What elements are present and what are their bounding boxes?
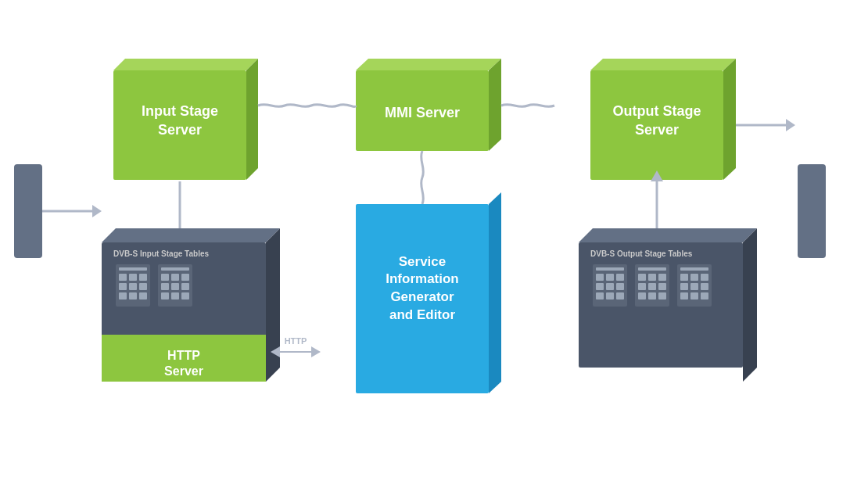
http-label: HTTP (285, 336, 307, 346)
svg-rect-25 (171, 274, 179, 281)
svg-rect-79 (701, 274, 708, 281)
svg-marker-9 (266, 228, 280, 382)
svg-marker-87 (786, 119, 795, 131)
output-stage-label2: Server (635, 122, 679, 138)
svg-rect-31 (171, 292, 179, 300)
svg-rect-16 (119, 283, 127, 290)
input-stage-server: Input Stage Server (113, 59, 258, 180)
svg-marker-4 (246, 59, 258, 180)
input-stage-label2: Server (158, 122, 202, 138)
mmi-server-label: MMI Server (385, 105, 460, 120)
svg-rect-71 (658, 283, 666, 290)
svg-rect-17 (129, 283, 137, 290)
svg-rect-54 (596, 267, 624, 271)
svg-rect-83 (680, 292, 688, 300)
svg-rect-65 (638, 267, 666, 271)
svg-rect-21 (139, 292, 147, 300)
svg-rect-27 (161, 283, 169, 290)
dvbs-output-tables: DVB-S Output Stage Tables (579, 228, 757, 382)
svg-marker-38 (311, 346, 321, 357)
svg-rect-15 (139, 274, 147, 281)
svg-rect-0 (14, 164, 42, 258)
svg-rect-14 (129, 274, 137, 281)
svg-rect-55 (596, 274, 604, 281)
mmi-to-sig-connector (421, 151, 424, 204)
svg-rect-60 (616, 283, 624, 290)
output-tables-label: DVB-S Output Stage Tables (590, 249, 693, 258)
svg-rect-69 (638, 283, 646, 290)
svg-rect-76 (680, 267, 708, 271)
svg-marker-40 (489, 59, 501, 151)
svg-rect-18 (139, 283, 147, 290)
arrow-output-to-asi (736, 119, 795, 131)
diagram-container: DVB-S Input Input Stage Server (0, 0, 868, 495)
svg-rect-62 (606, 292, 614, 300)
http-server-label: HTTP (167, 349, 200, 362)
svg-rect-57 (616, 274, 624, 281)
mmi-to-output-connector (501, 105, 554, 107)
svg-rect-82 (701, 283, 708, 290)
svg-rect-88 (798, 164, 826, 258)
svg-rect-12 (119, 267, 147, 271)
diagram-svg: DVB-S Input Input Stage Server (0, 0, 868, 495)
sig-label4: and Editor (389, 307, 455, 322)
svg-rect-74 (658, 292, 666, 300)
svg-rect-61 (596, 292, 604, 300)
mmi-server: MMI Server (356, 59, 501, 151)
svg-rect-19 (119, 292, 127, 300)
sig-label3: Generator (390, 289, 454, 304)
svg-rect-70 (648, 283, 656, 290)
svg-marker-3 (113, 59, 258, 70)
input-to-mmi-connector (258, 105, 356, 107)
svg-marker-44 (590, 59, 736, 70)
svg-rect-58 (596, 283, 604, 290)
svg-marker-2 (92, 205, 102, 217)
svg-marker-45 (723, 59, 736, 180)
svg-rect-81 (690, 283, 698, 290)
svg-rect-67 (648, 274, 656, 281)
svg-rect-28 (171, 283, 179, 290)
svg-rect-77 (680, 274, 688, 281)
http-server-label2: Server (164, 364, 203, 378)
asi-interface-label: ASI Interface (851, 185, 860, 237)
svg-rect-63 (616, 292, 624, 300)
asi-interface-group: ASI Interface (798, 164, 860, 258)
dvbs-input-tables: DVB-S Input Stage Tables (102, 228, 280, 382)
svg-rect-68 (658, 274, 666, 281)
sig-box: Service Information Generator and Editor (356, 192, 501, 393)
tables-label: DVB-S Input Stage Tables (113, 249, 209, 258)
svg-rect-59 (606, 283, 614, 290)
svg-rect-80 (680, 283, 688, 290)
svg-marker-42 (489, 192, 501, 393)
svg-rect-20 (129, 292, 137, 300)
svg-marker-51 (743, 228, 757, 382)
output-stage-label: Output Stage (613, 103, 701, 119)
svg-rect-13 (119, 274, 127, 281)
svg-rect-84 (690, 292, 698, 300)
svg-rect-26 (181, 274, 189, 281)
svg-rect-66 (638, 274, 646, 281)
sig-label2: Information (386, 271, 459, 286)
svg-rect-29 (181, 283, 189, 290)
svg-rect-73 (648, 292, 656, 300)
svg-marker-50 (579, 228, 757, 242)
svg-marker-8 (102, 228, 280, 242)
svg-rect-85 (701, 292, 708, 300)
input-stage-label: Input Stage (142, 103, 218, 119)
sig-label1: Service (399, 254, 447, 269)
svg-rect-23 (161, 267, 189, 271)
svg-marker-39 (356, 59, 501, 70)
svg-rect-32 (181, 292, 189, 300)
output-stage-server: Output Stage Server (590, 59, 736, 180)
svg-rect-30 (161, 292, 169, 300)
svg-rect-56 (606, 274, 614, 281)
svg-rect-72 (638, 292, 646, 300)
svg-rect-24 (161, 274, 169, 281)
svg-rect-78 (690, 274, 698, 281)
